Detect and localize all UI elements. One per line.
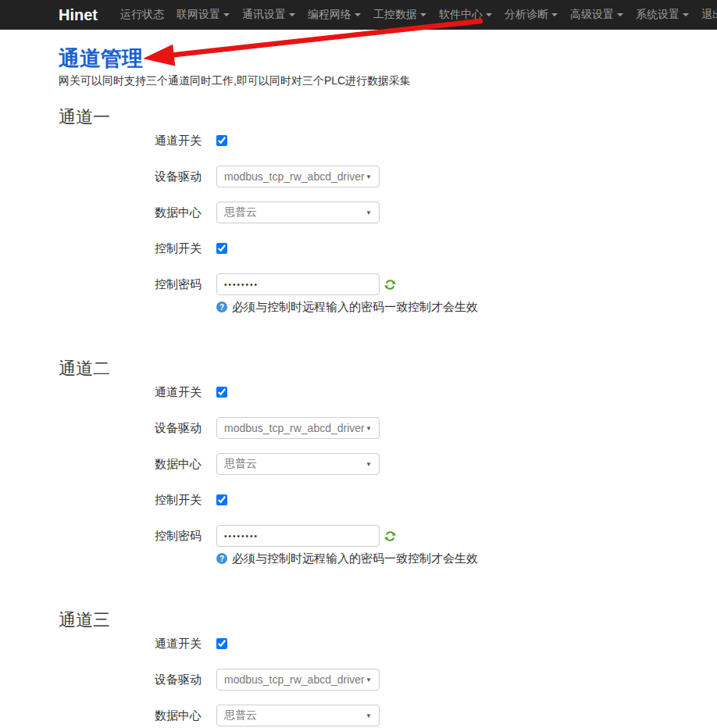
- channel-switch-checkbox[interactable]: [216, 135, 227, 146]
- device-driver-row: 设备驱动 modbus_tcp_rw_abcd_driver ▼: [59, 166, 717, 187]
- password-help-line: ? 必须与控制时远程输入的密码一致控制才会生效: [216, 299, 717, 315]
- device-driver-value: modbus_tcp_rw_abcd_driver: [224, 170, 365, 183]
- refresh-icon[interactable]: [384, 530, 396, 542]
- page-content: 通道管理 网关可以同时支持三个通道同时工作,即可以同时对三个PLC进行数据采集 …: [0, 47, 717, 726]
- password-help-line: ? 必须与控制时远程输入的密码一致控制才会生效: [216, 551, 717, 566]
- select-caret-icon: ▼: [366, 676, 372, 683]
- top-navbar: Hinet 运行状态 联网设置 通讯设置 编程网络 工控数据 软件中心 分析诊断…: [0, 0, 717, 30]
- channel-one-section: 通道一 通道开关 设备驱动 modbus_tcp_rw_abcd_driver …: [59, 108, 717, 315]
- nav-item-label: 系统设置: [636, 8, 680, 22]
- device-driver-value: modbus_tcp_rw_abcd_driver: [224, 673, 365, 686]
- password-help-text: 必须与控制时远程输入的密码一致控制才会生效: [232, 551, 478, 566]
- nav-item-label: 退出: [701, 8, 717, 22]
- data-center-value: 思普云: [224, 457, 257, 471]
- nav-item-label: 工控数据: [373, 8, 417, 22]
- nav-item-label: 联网设置: [177, 8, 220, 22]
- nav-item-label: 软件中心: [439, 8, 483, 22]
- nav-item-label: 通讯设置: [242, 8, 286, 22]
- nav-item-logout[interactable]: 退出: [695, 0, 717, 30]
- control-password-label: 控制密码: [59, 277, 202, 292]
- channel-two-section: 通道二 通道开关 设备驱动 modbus_tcp_rw_abcd_driver …: [59, 359, 717, 566]
- nav-item-system-settings[interactable]: 系统设置: [630, 0, 695, 30]
- data-center-row: 数据中心 思普云 ▼: [59, 202, 717, 223]
- nav-item-industrial-data[interactable]: 工控数据: [367, 0, 433, 30]
- nav-item-network-settings[interactable]: 联网设置: [170, 0, 236, 30]
- control-switch-label: 控制开关: [59, 493, 202, 508]
- nav-item-label: 高级设置: [570, 8, 614, 22]
- select-caret-icon: ▼: [366, 461, 372, 468]
- data-center-label: 数据中心: [59, 708, 202, 723]
- control-switch-row: 控制开关: [59, 237, 717, 259]
- chevron-down-icon: [223, 13, 230, 16]
- data-center-value: 思普云: [224, 205, 257, 219]
- control-password-input[interactable]: [216, 273, 380, 295]
- channel-switch-row: 通道开关: [59, 633, 717, 655]
- question-mark-icon: ?: [216, 302, 227, 312]
- data-center-row: 数据中心 思普云 ▼: [59, 705, 717, 726]
- chevron-down-icon: [420, 13, 426, 16]
- device-driver-select[interactable]: modbus_tcp_rw_abcd_driver ▼: [216, 417, 380, 439]
- data-center-label: 数据中心: [59, 457, 202, 472]
- brand-logo[interactable]: Hinet: [59, 0, 98, 30]
- data-center-select[interactable]: 思普云 ▼: [216, 705, 380, 726]
- control-switch-checkbox[interactable]: [216, 243, 227, 254]
- data-center-row: 数据中心 思普云 ▼: [59, 453, 717, 475]
- select-caret-icon: ▼: [366, 712, 372, 719]
- main-menu: 运行状态 联网设置 通讯设置 编程网络 工控数据 软件中心 分析诊断 高级设置 …: [114, 0, 717, 30]
- channel-three-section: 通道三 通道开关 设备驱动 modbus_tcp_rw_abcd_driver …: [59, 611, 717, 726]
- nav-item-label: 分析诊断: [505, 8, 548, 22]
- device-driver-label: 设备驱动: [59, 673, 202, 687]
- control-switch-row: 控制开关: [59, 489, 717, 511]
- channel-switch-label: 通道开关: [59, 134, 202, 148]
- chevron-down-icon: [486, 13, 492, 16]
- question-mark-icon: ?: [216, 553, 227, 564]
- device-driver-label: 设备驱动: [59, 421, 202, 436]
- select-caret-icon: ▼: [366, 173, 372, 180]
- nav-item-label: 编程网络: [308, 8, 351, 22]
- nav-item-programming-network[interactable]: 编程网络: [301, 0, 367, 30]
- channel-switch-label: 通道开关: [59, 637, 202, 651]
- refresh-icon[interactable]: [384, 279, 396, 291]
- data-center-select[interactable]: 思普云 ▼: [216, 453, 380, 475]
- page-title: 通道管理: [59, 47, 717, 70]
- password-help-text: 必须与控制时远程输入的密码一致控制才会生效: [232, 300, 478, 315]
- nav-item-advanced-settings[interactable]: 高级设置: [564, 0, 630, 30]
- control-password-label: 控制密码: [59, 529, 202, 544]
- page-subtitle: 网关可以同时支持三个通道同时工作,即可以同时对三个PLC进行数据采集: [59, 73, 717, 87]
- chevron-down-icon: [551, 13, 558, 16]
- channel-section-title: 通道二: [59, 359, 717, 378]
- select-caret-icon: ▼: [366, 209, 372, 216]
- nav-item-label: 运行状态: [120, 8, 164, 22]
- device-driver-select[interactable]: modbus_tcp_rw_abcd_driver ▼: [216, 669, 380, 691]
- channel-switch-row: 通道开关: [59, 130, 717, 152]
- chevron-down-icon: [683, 13, 689, 16]
- device-driver-row: 设备驱动 modbus_tcp_rw_abcd_driver ▼: [59, 669, 717, 691]
- device-driver-value: modbus_tcp_rw_abcd_driver: [224, 422, 365, 434]
- nav-item-comm-settings[interactable]: 通讯设置: [236, 0, 301, 30]
- control-password-input[interactable]: [216, 525, 380, 547]
- control-switch-label: 控制开关: [59, 241, 202, 256]
- device-driver-label: 设备驱动: [59, 170, 202, 184]
- select-caret-icon: ▼: [366, 425, 372, 432]
- data-center-value: 思普云: [224, 708, 257, 723]
- channel-switch-row: 通道开关: [59, 381, 717, 403]
- data-center-select[interactable]: 思普云 ▼: [216, 202, 380, 223]
- channel-switch-checkbox[interactable]: [216, 387, 227, 398]
- device-driver-row: 设备驱动 modbus_tcp_rw_abcd_driver ▼: [59, 417, 717, 439]
- data-center-label: 数据中心: [59, 205, 202, 220]
- nav-item-software-center[interactable]: 软件中心: [433, 0, 498, 30]
- control-password-row: 控制密码: [59, 273, 717, 295]
- device-driver-select[interactable]: modbus_tcp_rw_abcd_driver ▼: [216, 166, 380, 187]
- nav-item-run-status[interactable]: 运行状态: [114, 0, 170, 30]
- channel-section-title: 通道三: [59, 611, 717, 630]
- channel-switch-label: 通道开关: [59, 385, 202, 400]
- control-switch-checkbox[interactable]: [216, 494, 227, 505]
- nav-item-analysis-diagnosis[interactable]: 分析诊断: [498, 0, 564, 30]
- channel-switch-checkbox[interactable]: [216, 638, 227, 649]
- chevron-down-icon: [617, 13, 623, 16]
- chevron-down-icon: [355, 13, 361, 16]
- channel-management-page: Hinet 运行状态 联网设置 通讯设置 编程网络 工控数据 软件中心 分析诊断…: [0, 0, 717, 728]
- chevron-down-icon: [289, 13, 295, 16]
- channel-section-title: 通道一: [59, 108, 717, 127]
- control-password-row: 控制密码: [59, 525, 717, 547]
